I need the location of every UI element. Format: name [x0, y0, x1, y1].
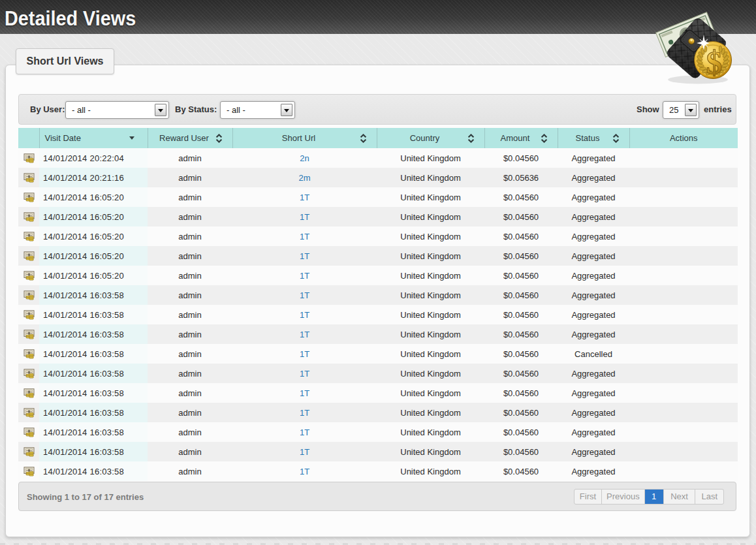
svg-text:$: $	[706, 44, 723, 81]
